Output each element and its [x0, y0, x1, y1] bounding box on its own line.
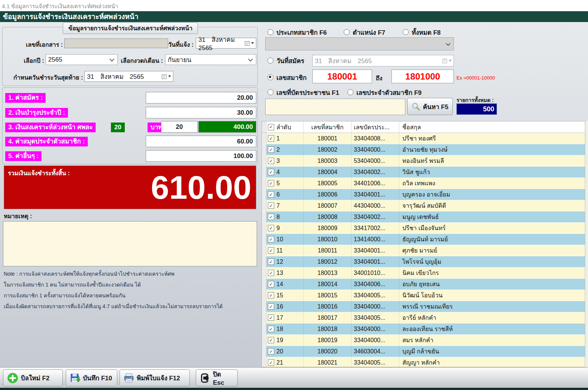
to-label: ถึง	[376, 74, 383, 83]
table-row[interactable]: ✓418000433404002...วินัส ชูแก้ว	[262, 167, 585, 178]
close-button[interactable]: ปิด Esc	[196, 369, 238, 386]
table-row[interactable]: ✓1318001334001010...นิคม เขียวไกร	[262, 267, 585, 279]
table-scrollbar[interactable]	[585, 121, 588, 367]
search-button[interactable]: ค้นหา F5	[407, 98, 453, 115]
row-index: 12	[276, 259, 283, 265]
row-name: บุญครอง อาจเอี่ยม	[399, 189, 585, 200]
row-checkbox[interactable]: ✓	[268, 202, 274, 209]
header-name[interactable]: ชื่อสกุล	[399, 121, 585, 133]
table-row[interactable]: ✓818000833404002...มนูญ เดชพันธ์	[262, 211, 585, 223]
table-row[interactable]: ✓118000133404008...ปรีชา ทองศรี	[262, 133, 585, 144]
table-row[interactable]: ✓1118001133404001...ศุภชัย มารมย์	[262, 245, 585, 256]
row-index-cell: ✓11	[266, 245, 304, 256]
table-row[interactable]: ✓1418001433404006...อบภัย ยุทธเสน	[262, 279, 585, 290]
member-no-to-input[interactable]: 1801000	[392, 69, 454, 83]
table-row[interactable]: ✓2118002133404005...สัญญา หลักคำ	[262, 357, 585, 367]
year-combo[interactable]: 2565	[46, 54, 118, 65]
period-combo[interactable]: กันยายน	[165, 54, 256, 65]
row-checkbox[interactable]: ✓	[268, 281, 274, 287]
radio-icon[interactable]	[347, 89, 353, 95]
table-row[interactable]: ✓1918001933404000...สมร หลักคำ	[262, 335, 585, 346]
row-checkbox[interactable]: ✓	[268, 359, 274, 366]
table-row[interactable]: ✓318000353404000...ทองอินทร์ พรมลี	[262, 155, 585, 167]
row-index-cell: ✓16	[266, 301, 304, 312]
row-id-card: 34001010...	[352, 267, 399, 279]
table-row[interactable]: ✓1518001533404005...นิวัฒน์ โอบอ้วน	[262, 290, 585, 301]
table-row[interactable]: ✓2018002034603004...บุญมี กล้าขยัน	[262, 346, 585, 357]
row-checkbox[interactable]: ✓	[268, 158, 274, 164]
radio-apply-date[interactable]: วันที่สมัคร	[267, 57, 304, 64]
search-input[interactable]	[265, 99, 405, 115]
table-row[interactable]: ✓918000933417002...ปรีชา เมืองจันทร์	[262, 223, 585, 234]
fee1-input[interactable]: 20.00	[146, 92, 256, 103]
row-member-no: 180001	[304, 133, 352, 144]
header-index[interactable]: ✓ ลำดับ	[266, 121, 304, 133]
row-checkbox[interactable]: ✓	[268, 146, 274, 153]
save-button[interactable]: บันทึก F10	[66, 369, 117, 386]
table-row[interactable]: ✓1818001833404000...ละอองเทียน ราชสีห์	[262, 324, 585, 335]
table-row[interactable]: ✓1218001233404001...ไพโรจน์ บุญอุ้ม	[262, 256, 585, 267]
radio-apply-date-label: วันที่สมัคร	[276, 56, 304, 66]
row-checkbox[interactable]: ✓	[268, 180, 274, 186]
header-id-card[interactable]: เลขบัตรประ...	[352, 121, 399, 133]
row-checkbox[interactable]: ✓	[268, 247, 274, 254]
row-checkbox[interactable]: ✓	[268, 169, 274, 175]
row-index-cell: ✓4	[266, 167, 304, 178]
row-name: อำนวยชัย ทุมวงษ์	[399, 144, 585, 155]
table-row[interactable]: ✓518000534401006...ถวิล เทพแพง	[262, 178, 585, 189]
row-checkbox[interactable]: ✓	[268, 270, 274, 276]
row-name: นิวัฒน์ โอบอ้วน	[399, 290, 585, 301]
row-checkbox[interactable]: ✓	[268, 337, 274, 343]
radio-icon[interactable]	[344, 29, 350, 35]
row-checkbox[interactable]: ✓	[268, 259, 274, 265]
radio-member-no[interactable]: เลขสมาชิก	[267, 74, 307, 81]
table-row[interactable]: ✓1018001013414000...ธัญญนันท์ มารมย์	[262, 234, 585, 245]
row-checkbox[interactable]: ✓	[268, 348, 274, 355]
notify-date-picker[interactable]: 31 สิงหาคม 2565	[196, 38, 256, 49]
remark-textarea[interactable]	[3, 221, 257, 266]
row-selector-cell	[262, 267, 266, 279]
radio-member-id[interactable]: เลขประจำตัวสมาชิก F9	[347, 89, 422, 96]
row-checkbox[interactable]: ✓	[268, 292, 274, 298]
fee2-input[interactable]: 30.00	[146, 107, 256, 118]
row-checkbox[interactable]: ✓	[268, 236, 274, 242]
radio-icon[interactable]	[267, 29, 273, 35]
member-type-combo[interactable]	[265, 37, 454, 50]
select-all-checkbox[interactable]: ✓	[268, 124, 274, 130]
radio-all[interactable]: ทั้งหมด F8	[403, 28, 441, 36]
row-checkbox[interactable]: ✓	[268, 326, 274, 332]
fee3-amount-field: 400.00	[198, 121, 256, 133]
fee4-input[interactable]: 60.00	[146, 136, 256, 147]
calendar-icon[interactable]	[161, 74, 173, 79]
print-button[interactable]: พิมพ์ใบแจ้ง F12	[120, 369, 190, 386]
table-row[interactable]: ✓618000633404001...บุญครอง อาจเอี่ยม	[262, 189, 585, 200]
row-checkbox[interactable]: ✓	[268, 135, 274, 142]
radio-icon[interactable]	[267, 89, 273, 95]
row-index-cell: ✓21	[266, 357, 304, 367]
header-member-no[interactable]: เลขที่สมาชิก	[304, 121, 352, 133]
radio-icon-selected[interactable]	[267, 74, 273, 80]
fee3-count-input[interactable]: 20	[161, 121, 198, 133]
radio-id-card[interactable]: เลขที่บัตรประชาชน F1	[267, 89, 339, 96]
plus-circle-icon	[7, 372, 18, 384]
table-row[interactable]: ✓1618001633404000...พรรณี ราชมณเทียร	[262, 301, 585, 312]
fee5-input[interactable]: 100.00	[146, 150, 256, 162]
table-row[interactable]: ✓218000233404000...อำนวยชัย ทุมวงษ์	[262, 144, 585, 155]
new-bill-button[interactable]: บิลใหม่ F2	[3, 369, 63, 386]
row-checkbox[interactable]: ✓	[268, 214, 274, 220]
row-checkbox[interactable]: ✓	[268, 225, 274, 231]
row-checkbox[interactable]: ✓	[268, 303, 274, 310]
radio-icon[interactable]	[403, 29, 409, 35]
row-checkbox[interactable]: ✓	[268, 315, 274, 321]
radio-position[interactable]: ตำแหน่ง F7	[344, 28, 385, 36]
table-row[interactable]: ✓1718001733404005...อารีย์ หลักคำ	[262, 312, 585, 324]
chevron-down-icon	[248, 57, 253, 62]
calendar-icon[interactable]	[244, 41, 256, 46]
member-no-from-input[interactable]: 180001	[312, 69, 372, 83]
table-row[interactable]: ✓718000744304000...จารุวัฒน์ สมบัติดี	[262, 200, 585, 211]
radio-icon[interactable]	[267, 58, 273, 64]
row-checkbox[interactable]: ✓	[268, 191, 274, 198]
radio-member-type[interactable]: ประเภทสมาชิก F6	[267, 28, 327, 36]
due-date-picker[interactable]: 31 สิงหาคม 2565	[84, 71, 173, 82]
row-selector-cell	[262, 144, 266, 155]
